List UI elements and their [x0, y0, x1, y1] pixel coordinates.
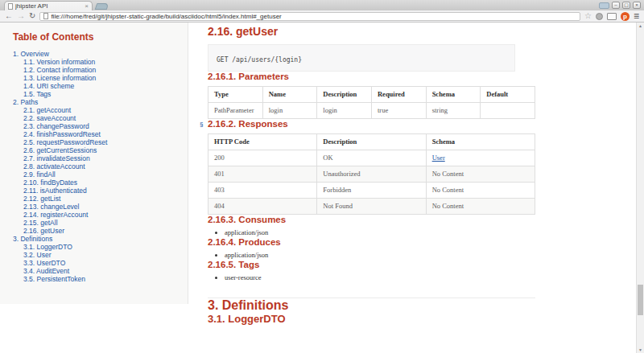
toc-item[interactable]: 1.1. Version information — [13, 58, 176, 66]
toc-item[interactable]: 3. Definitions — [13, 235, 176, 243]
bookmark-star-icon[interactable]: ☆ — [584, 12, 592, 20]
scroll-down-icon[interactable]: ▼ — [637, 347, 644, 352]
table-cell: true — [371, 103, 426, 119]
scroll-up-icon[interactable]: ▲ — [637, 23, 644, 28]
responses-table: HTTP Code Description Schema 200 OK User… — [208, 133, 535, 215]
column-header: Default — [481, 87, 535, 103]
table-cell: 403 — [208, 183, 317, 199]
subsection-heading-parameters: 2.16.1. Parameters — [208, 72, 644, 81]
minimize-button[interactable]: – — [612, 2, 620, 9]
address-bar[interactable]: file:///home/fred/git/jhipster-static-gr… — [39, 12, 580, 21]
back-icon[interactable]: ← — [5, 12, 13, 20]
user-schema-link[interactable]: User — [432, 154, 445, 162]
table-cell: 404 — [208, 199, 317, 215]
toc-item[interactable]: 2.2. saveAccount — [13, 114, 176, 122]
subsection-heading-responses-label: 2.16.2. Responses — [208, 119, 288, 129]
table-cell: string — [426, 103, 481, 119]
page-scrollbar[interactable]: ▲ ▼ — [636, 23, 644, 353]
forward-icon[interactable]: → — [17, 12, 25, 20]
table-row: PathParameter login login true string — [208, 103, 535, 119]
toc-item[interactable]: 2.13. changeLevel — [13, 203, 176, 211]
table-header-row: HTTP Code Description Schema — [208, 134, 535, 150]
column-header: Type — [208, 87, 263, 103]
column-header: Required — [371, 87, 426, 103]
section-heading-loggerdto: 3.1. LoggerDTO — [208, 313, 644, 325]
toc-list: 1. Overview 1.1. Version information 1.2… — [13, 50, 176, 283]
column-header: Description — [317, 134, 426, 150]
browser-menu-icon[interactable]: ≡ — [634, 11, 639, 21]
toc-item[interactable]: 3.2. User — [13, 251, 176, 259]
column-header: Schema — [426, 87, 481, 103]
table-cell: 401 — [208, 166, 317, 183]
extension-window-icon[interactable] — [607, 13, 617, 20]
toc-title: Table of Contents — [13, 31, 176, 43]
column-header: Description — [317, 87, 372, 103]
table-of-contents: Table of Contents 1. Overview 1.1. Versi… — [0, 23, 188, 304]
table-header-row: Type Name Description Required Schema De… — [208, 87, 535, 103]
toc-item[interactable]: 1.4. URI scheme — [13, 82, 176, 90]
column-header: Name — [262, 87, 317, 103]
window-controls: – ▢ × — [599, 2, 641, 9]
toc-item[interactable]: 1.5. Tags — [13, 90, 176, 98]
reload-icon[interactable]: ↻ — [29, 12, 35, 20]
column-header: HTTP Code — [208, 134, 317, 150]
toc-item[interactable]: 3.4. AuditEvent — [13, 267, 176, 275]
extension-circle-icon[interactable] — [596, 13, 603, 20]
endpoint-code: GET /api/users/{login} — [217, 56, 302, 64]
page-body: Table of Contents 1. Overview 1.1. Versi… — [0, 23, 644, 353]
toc-item[interactable]: 2. Paths — [13, 98, 176, 106]
toc-item[interactable]: 2.4. finishPasswordReset — [13, 130, 176, 138]
toc-item[interactable]: 1.3. License information — [13, 74, 176, 82]
toc-item[interactable]: 2.10. findByDates — [13, 179, 176, 187]
parameters-table: Type Name Description Required Schema De… — [208, 86, 535, 119]
maximize-button[interactable]: ▢ — [622, 2, 630, 9]
section-heading-getuser: 2.16. getUser — [208, 25, 644, 38]
toc-item[interactable]: 2.9. findAll — [13, 170, 176, 179]
toc-item[interactable]: 2.15. getAll — [13, 219, 176, 227]
table-cell: Forbidden — [317, 183, 426, 199]
toc-item[interactable]: 2.5. requestPasswordReset — [13, 138, 176, 146]
toc-item[interactable]: 3.1. LoggerDTO — [13, 243, 176, 251]
section-anchor-icon[interactable]: § — [200, 121, 203, 128]
toc-item[interactable]: 2.14. registerAccount — [13, 211, 176, 219]
toc-item[interactable]: 2.3. changePassword — [13, 122, 176, 130]
new-tab-button[interactable] — [95, 3, 109, 10]
table-cell: User — [426, 150, 535, 166]
toc-item[interactable]: 2.8. activateAccount — [13, 162, 176, 170]
table-row: 404 Not Found No Content — [208, 199, 535, 215]
scrollbar-thumb[interactable] — [638, 285, 643, 315]
toc-item[interactable]: 1. Overview — [13, 50, 176, 58]
column-header: Schema — [426, 134, 535, 150]
toc-item[interactable]: 2.12. getList — [13, 195, 176, 203]
toc-item[interactable]: 2.6. getCurrentSessions — [13, 146, 176, 154]
tags-list: user-resource — [208, 273, 644, 282]
close-window-button[interactable]: × — [633, 2, 641, 9]
toc-item[interactable]: 3.3. UserDTO — [13, 259, 176, 267]
tab-close-icon[interactable]: × — [85, 3, 89, 10]
table-row: 401 Unauthorized No Content — [208, 166, 535, 183]
browser-toolbar: ← → ↻ file:///home/fred/git/jhipster-sta… — [0, 10, 644, 23]
table-cell: Not Found — [317, 199, 426, 215]
subsection-heading-consumes: 2.16.3. Consumes — [208, 215, 644, 224]
browser-tab[interactable]: jhipster API × — [4, 1, 93, 10]
toc-item[interactable]: 3.5. PersistentToken — [13, 275, 176, 283]
list-item: user-resource — [225, 273, 644, 282]
produces-list: application/json — [208, 251, 644, 260]
toc-item[interactable]: 1.2. Contact information — [13, 66, 176, 74]
table-cell: 200 — [208, 150, 317, 166]
tab-favicon-icon — [8, 3, 13, 10]
toc-item[interactable]: 2.16. getUser — [13, 227, 176, 235]
table-cell: No Content — [426, 166, 535, 183]
extension-p-icon[interactable]: p — [621, 12, 630, 21]
section-heading-definitions: 3. Definitions — [208, 298, 644, 313]
document-content: 2.16. getUser GET /api/users/{login} 2.1… — [188, 23, 644, 353]
consumes-list: application/json — [208, 228, 644, 237]
toc-item[interactable]: 2.11. isAuthenticated — [13, 187, 176, 195]
page-icon — [43, 13, 48, 19]
toc-item[interactable]: 2.1. getAccount — [13, 106, 176, 114]
toc-item[interactable]: 2.7. invalidateSession — [13, 154, 176, 162]
titlebar-badge — [599, 2, 609, 9]
table-row: 200 OK User — [208, 150, 535, 166]
table-cell: No Content — [426, 183, 535, 199]
url-text[interactable]: file:///home/fred/git/jhipster-static-gr… — [51, 13, 281, 20]
